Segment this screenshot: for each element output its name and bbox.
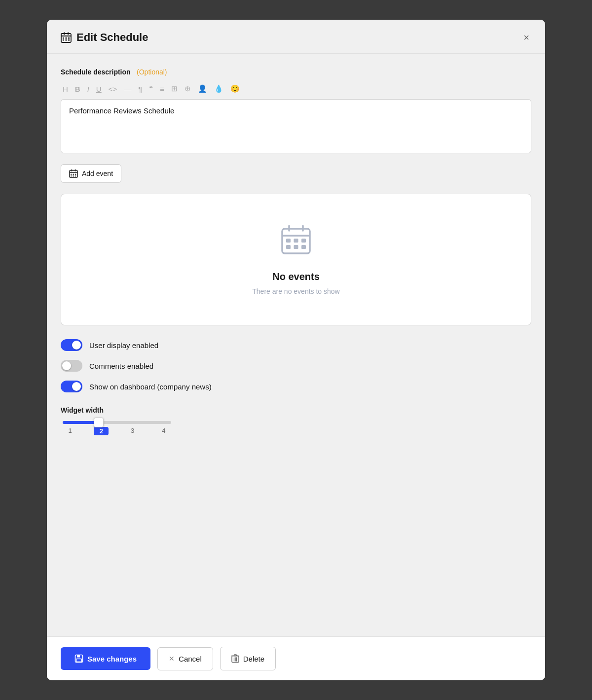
svg-rect-9 [68, 39, 70, 41]
toolbar-hr[interactable]: — [122, 84, 133, 94]
svg-rect-29 [301, 245, 306, 249]
svg-rect-5 [66, 37, 67, 39]
toolbar-quote[interactable]: ❝ [147, 83, 155, 94]
slider-fill [63, 421, 99, 424]
slider-tick-3: 3 [125, 427, 140, 435]
editor-content: Performance Reviews Schedule [69, 106, 174, 115]
svg-rect-24 [286, 239, 291, 243]
svg-rect-19 [75, 175, 76, 176]
slider-tick-1: 1 [63, 427, 77, 435]
editor-toolbar: H B I U <> — ¶ ❝ ≡ ⊞ ⊕ 👤 💧 😊 [61, 79, 531, 99]
no-events-subtitle: There are no events to show [252, 287, 339, 295]
toolbar-list-ordered[interactable]: ⊞ [169, 83, 180, 94]
toolbar-bold[interactable]: B [73, 84, 82, 94]
delete-button[interactable]: Delete [220, 647, 276, 670]
svg-rect-8 [66, 39, 67, 41]
toolbar-heading[interactable]: H [61, 84, 70, 94]
toolbar-code[interactable]: <> [107, 84, 119, 94]
dialog-footer: Save changes ✕ Cancel Delete [47, 636, 545, 680]
delete-label: Delete [243, 655, 264, 663]
dashboard-toggle[interactable] [61, 381, 82, 392]
toolbar-paragraph[interactable]: ¶ [136, 84, 144, 94]
save-icon [74, 654, 83, 663]
events-panel: No events There are no events to show [61, 194, 531, 325]
svg-rect-15 [73, 174, 74, 175]
no-events-title: No events [272, 271, 320, 282]
widget-width-label: Widget width [61, 406, 531, 414]
slider-thumb[interactable] [94, 418, 104, 427]
calendar-icon [61, 32, 72, 43]
slider-track [63, 421, 171, 424]
description-editor[interactable]: Performance Reviews Schedule [61, 99, 531, 153]
svg-rect-28 [294, 245, 298, 249]
slider-labels: 1 2 3 4 [63, 424, 171, 435]
svg-rect-6 [68, 37, 70, 39]
toggles-section: User display enabled Comments enabled [61, 339, 531, 392]
comments-label: Comments enabled [89, 362, 153, 370]
close-button[interactable]: × [521, 31, 531, 44]
svg-rect-4 [63, 37, 64, 39]
toolbar-user[interactable]: 👤 [196, 83, 209, 94]
svg-rect-14 [71, 174, 72, 175]
slider-tick-2: 2 [94, 427, 109, 435]
description-label-row: Schedule description (Optional) [61, 68, 531, 76]
title-bar: Edit Schedule × [47, 20, 545, 54]
svg-rect-26 [301, 239, 306, 243]
widget-width-section: Widget width 1 2 3 4 [61, 406, 531, 435]
svg-rect-17 [71, 175, 72, 176]
svg-rect-25 [294, 239, 298, 243]
svg-rect-18 [73, 175, 74, 176]
add-event-calendar-icon [69, 169, 78, 178]
no-events-icon [280, 224, 312, 262]
toolbar-underline[interactable]: U [94, 84, 104, 94]
svg-rect-27 [286, 245, 291, 249]
add-event-button[interactable]: Add event [61, 164, 121, 183]
slider-container: 1 2 3 4 [61, 421, 531, 435]
edit-schedule-dialog: Edit Schedule × Schedule description (Op… [47, 20, 545, 680]
svg-rect-7 [63, 39, 64, 41]
add-event-label: Add event [82, 170, 113, 177]
optional-badge: (Optional) [137, 68, 167, 76]
cancel-label: Cancel [179, 655, 202, 663]
toggle-row-dashboard: Show on dashboard (company news) [61, 381, 531, 392]
dashboard-label: Show on dashboard (company news) [89, 383, 212, 391]
toolbar-italic[interactable]: I [85, 84, 91, 94]
svg-rect-31 [77, 655, 80, 658]
toolbar-color[interactable]: 💧 [212, 83, 225, 94]
save-label: Save changes [87, 655, 137, 663]
svg-rect-35 [234, 655, 236, 656]
toolbar-emoji[interactable]: 😊 [228, 83, 242, 94]
svg-rect-32 [76, 659, 82, 662]
toolbar-image[interactable]: ⊕ [183, 83, 193, 94]
description-label: Schedule description [61, 68, 131, 76]
comments-toggle[interactable] [61, 360, 82, 372]
title-bar-left: Edit Schedule [61, 31, 148, 44]
dialog-title: Edit Schedule [76, 31, 148, 44]
cancel-button[interactable]: ✕ Cancel [157, 647, 213, 670]
trash-icon [231, 654, 239, 663]
svg-rect-16 [75, 174, 76, 175]
user-display-toggle[interactable] [61, 339, 82, 351]
toggle-row-comments: Comments enabled [61, 360, 531, 372]
slider-tick-4: 4 [156, 427, 171, 435]
toolbar-list-unordered[interactable]: ≡ [158, 84, 166, 94]
dialog-content: Schedule description (Optional) H B I U … [47, 54, 545, 636]
user-display-label: User display enabled [89, 341, 158, 350]
save-changes-button[interactable]: Save changes [61, 647, 150, 670]
toggle-row-user-display: User display enabled [61, 339, 531, 351]
